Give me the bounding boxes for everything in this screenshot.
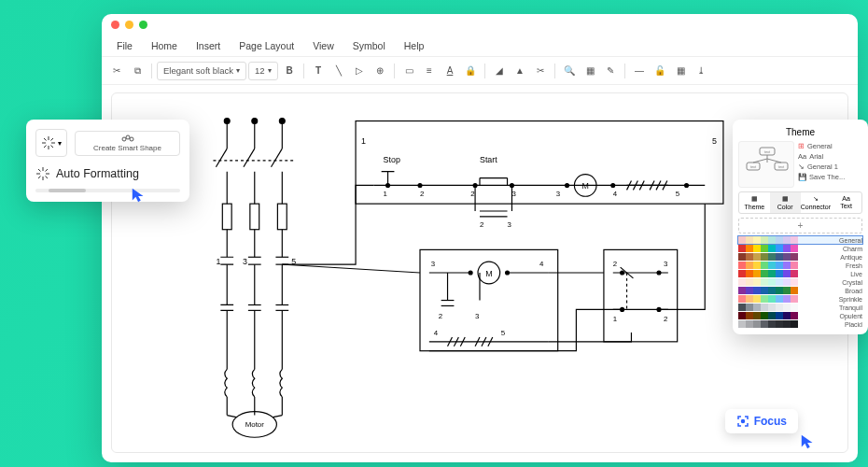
- auto-formatting-button[interactable]: Auto Formatting: [35, 166, 180, 181]
- svg-line-7: [244, 149, 255, 167]
- theme-opt-save[interactable]: 💾Save The...: [798, 172, 862, 182]
- svg-rect-47: [356, 121, 723, 205]
- svg-text:3: 3: [511, 190, 516, 198]
- svg-text:text: text: [778, 164, 785, 169]
- theme-opt-arial[interactable]: AaArial: [798, 151, 862, 162]
- af-slider[interactable]: [35, 189, 180, 192]
- palette-list: GeneralCharmAntiqueFreshLiveCrystalBroad…: [738, 236, 862, 328]
- align-tool-icon[interactable]: ≡: [420, 62, 439, 80]
- palette-row[interactable]: Opulent: [738, 312, 862, 319]
- tab-color[interactable]: ▦Color: [770, 192, 801, 213]
- af-sparkle-dropdown[interactable]: ▾: [35, 129, 67, 157]
- text-style-icon[interactable]: A: [441, 62, 459, 80]
- stroke-icon[interactable]: —: [630, 62, 649, 80]
- svg-text:4: 4: [434, 329, 439, 337]
- menu-home[interactable]: Home: [144, 38, 185, 53]
- toolbar: ✂ ⧉ Elegant soft black▾ 12▾ B T ╲ ▷ ⊕ ▭ …: [102, 57, 858, 85]
- svg-line-141: [38, 177, 41, 179]
- svg-rect-14: [250, 204, 259, 230]
- menu-file[interactable]: File: [109, 38, 140, 53]
- palette-row[interactable]: Fresh: [738, 262, 862, 269]
- create-smart-shape-button[interactable]: Create Smart Shape: [75, 131, 180, 156]
- bucket-icon[interactable]: ▲: [511, 62, 529, 80]
- window-max-dot[interactable]: [139, 21, 147, 29]
- svg-line-148: [767, 159, 781, 163]
- pointer-tool-icon[interactable]: ▷: [350, 62, 369, 80]
- window-min-dot[interactable]: [125, 21, 133, 29]
- svg-point-113: [621, 271, 624, 275]
- theme-title: Theme: [738, 125, 862, 141]
- svg-text:Start: Start: [480, 155, 497, 164]
- svg-text:2: 2: [613, 260, 617, 268]
- bold-icon[interactable]: B: [280, 62, 299, 80]
- focus-button[interactable]: Focus: [725, 409, 798, 433]
- palette-row[interactable]: Tranquil: [738, 304, 862, 311]
- tab-theme[interactable]: ▦Theme: [739, 192, 770, 213]
- add-palette-button[interactable]: +: [738, 218, 862, 234]
- theme-opt-general[interactable]: ⊞General: [798, 141, 862, 151]
- menu-insert[interactable]: Insert: [189, 38, 228, 53]
- grid-icon[interactable]: ▦: [671, 62, 690, 80]
- palette-row[interactable]: General: [738, 236, 862, 244]
- sparkle-icon: [41, 135, 56, 150]
- svg-text:2: 2: [439, 312, 442, 320]
- svg-point-86: [685, 183, 689, 187]
- menu-symbol[interactable]: Symbol: [345, 38, 393, 53]
- svg-point-5: [279, 119, 285, 124]
- svg-text:2: 2: [420, 190, 424, 198]
- image-icon[interactable]: ▦: [581, 62, 599, 80]
- pen-icon[interactable]: ✎: [601, 62, 620, 80]
- tab-connector[interactable]: ↘Connector: [801, 192, 832, 213]
- svg-text:3: 3: [243, 257, 247, 266]
- text-tool-icon[interactable]: T: [309, 62, 328, 80]
- menubar: File Home Insert Page Layout View Symbol…: [102, 35, 858, 57]
- cursor-icon: [800, 433, 817, 450]
- palette-row[interactable]: Charm: [738, 245, 862, 252]
- svg-text:text: text: [764, 149, 771, 154]
- font-size-select[interactable]: 12▾: [248, 62, 278, 80]
- svg-point-3: [252, 119, 258, 124]
- window-close-dot[interactable]: [111, 21, 119, 29]
- svg-text:3: 3: [508, 220, 512, 229]
- search-icon[interactable]: 🔍: [560, 62, 579, 80]
- svg-text:M: M: [582, 181, 589, 191]
- svg-line-147: [753, 159, 767, 163]
- copy-icon[interactable]: ⧉: [128, 62, 147, 80]
- svg-text:4: 4: [613, 190, 618, 198]
- svg-point-134: [130, 137, 133, 141]
- fill-icon[interactable]: ◢: [490, 62, 509, 80]
- crop-icon[interactable]: ✂: [531, 62, 550, 80]
- auto-format-card: ▾ Create Smart Shape Auto Formatting: [26, 120, 189, 202]
- svg-text:M: M: [485, 269, 492, 278]
- menu-page-layout[interactable]: Page Layout: [231, 38, 301, 53]
- svg-line-45: [227, 416, 236, 417]
- export-icon[interactable]: ⤓: [692, 62, 710, 80]
- shape-tool-icon[interactable]: ▭: [399, 62, 418, 80]
- svg-line-6: [216, 149, 227, 167]
- svg-text:4: 4: [539, 260, 544, 268]
- connection-tool-icon[interactable]: ⊕: [371, 62, 389, 80]
- font-select[interactable]: Elegant soft black▾: [157, 62, 246, 80]
- svg-line-46: [273, 416, 282, 417]
- palette-row[interactable]: Placid: [738, 320, 862, 328]
- lock-icon[interactable]: 🔒: [461, 62, 480, 80]
- palette-row[interactable]: Sprinkle: [738, 295, 862, 303]
- palette-row[interactable]: Antique: [738, 253, 862, 261]
- svg-point-152: [741, 420, 744, 423]
- svg-point-76: [611, 183, 615, 187]
- svg-line-130: [44, 146, 47, 149]
- menu-view[interactable]: View: [305, 38, 342, 53]
- palette-row[interactable]: Broad: [738, 287, 862, 294]
- palette-row[interactable]: Live: [738, 270, 862, 277]
- theme-panel: Theme texttexttext ⊞General AaArial ↘Gen…: [733, 120, 868, 334]
- cut-icon[interactable]: ✂: [107, 62, 126, 80]
- palette-row[interactable]: Crystal: [738, 278, 862, 286]
- tab-text[interactable]: AaText: [831, 192, 861, 213]
- svg-text:5: 5: [712, 136, 717, 146]
- menu-help[interactable]: Help: [397, 38, 432, 53]
- padlock-icon[interactable]: 🔓: [651, 62, 669, 80]
- line-tool-icon[interactable]: ╲: [329, 62, 348, 80]
- smart-shape-icon: [120, 134, 135, 144]
- svg-point-56: [418, 183, 422, 187]
- theme-opt-general1[interactable]: ↘General 1: [798, 162, 862, 172]
